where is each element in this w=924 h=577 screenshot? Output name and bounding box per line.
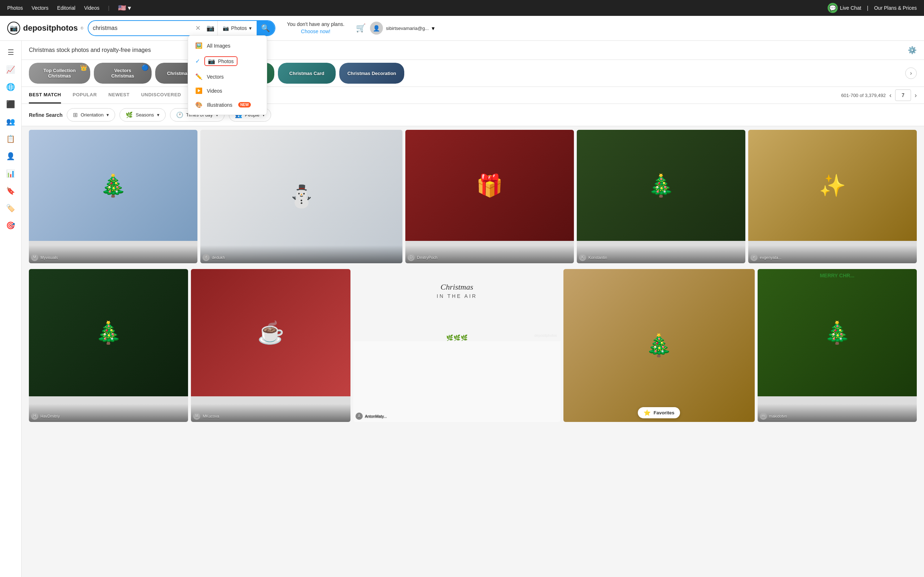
illustrations-label: Illustrations xyxy=(207,102,233,108)
image-card-4[interactable]: 🎄 K Konstantin xyxy=(577,130,745,263)
settings-icon[interactable]: ⚙️ xyxy=(908,46,917,55)
tab-undiscovered[interactable]: UNDISCOVERED xyxy=(141,87,181,103)
image-10: 🎄 MERRY CHR... xyxy=(758,269,917,396)
seasons-filter[interactable]: 🌿 Seasons ▾ xyxy=(120,108,166,121)
image-card-2[interactable]: ⛄ d dedukh xyxy=(200,130,402,263)
image-5-placeholder: ✨ xyxy=(748,130,917,241)
avatar: 👤 xyxy=(370,22,383,35)
nav-photos[interactable]: Photos xyxy=(7,5,23,11)
search-input[interactable] xyxy=(89,25,192,31)
choose-now-link[interactable]: Choose now! xyxy=(301,29,331,34)
image-card-6[interactable]: 🎄 H HavDmitriу xyxy=(29,269,188,422)
search-type-dropdown: 🖼️ All Images ✓ 📷 Photos ✏️ Vectors ▶️ V… xyxy=(188,35,267,115)
main-layout: ☰ 📈 🌐 ⬛ 👥 📋 👤 📊 🔖 🏷️ 🎯 Christmas stock p… xyxy=(0,41,924,577)
image-card-10[interactable]: 🎄 MERRY CHR... m makidotvn xyxy=(758,269,917,422)
search-type-label: Photos xyxy=(231,25,247,31)
sidebar-globe-icon[interactable]: 🌐 xyxy=(3,79,19,95)
user-menu[interactable]: 👤 sibirtsevamaria@g... ▾ xyxy=(370,22,435,35)
collection-vectors[interactable]: 🔵 VectorsChristmas xyxy=(94,63,152,84)
author-avatar-7: M xyxy=(193,413,200,420)
tab-popular[interactable]: POPULAR xyxy=(73,87,97,103)
illustrations-icon: 🎨 xyxy=(195,102,202,108)
search-bar: 📷 depositphotos © ✕ 📷 📷 Photos ▾ 🔍 You d… xyxy=(0,16,924,41)
orientation-label: Orientation xyxy=(81,112,103,118)
tabs: BEST MATCH POPULAR NEWEST UNDISCOVERED xyxy=(29,87,181,103)
sidebar: ☰ 📈 🌐 ⬛ 👥 📋 👤 📊 🔖 🏷️ 🎯 xyxy=(0,41,22,577)
nav-vectors[interactable]: Vectors xyxy=(32,5,49,11)
favorites-badge[interactable]: ⭐ Favorites xyxy=(638,407,680,418)
image-card-3[interactable]: 🎁 D DmitryPoch xyxy=(405,130,574,263)
collection-decoration[interactable]: Christmas Decoration xyxy=(339,63,404,84)
nav-editorial[interactable]: Editorial xyxy=(57,5,76,11)
tab-best-match[interactable]: BEST MATCH xyxy=(29,87,61,103)
image-card-1[interactable]: 🎄 M Myvisuals xyxy=(29,130,197,263)
sidebar-list-icon[interactable]: 📋 xyxy=(3,131,19,147)
nav-videos[interactable]: Videos xyxy=(84,5,100,11)
sidebar-chart-icon[interactable]: 📊 xyxy=(3,166,19,181)
search-type-button[interactable]: 📷 Photos ▾ xyxy=(217,21,257,35)
dropdown-all-images[interactable]: 🖼️ All Images xyxy=(188,39,267,53)
logo-icon: 📷 xyxy=(7,22,20,35)
flag-selector[interactable]: 🇺🇸 ▾ xyxy=(118,4,131,12)
tab-newest[interactable]: NEWEST xyxy=(108,87,129,103)
image-card-7[interactable]: ☕ M MKucova xyxy=(191,269,350,422)
collection-card[interactable]: Christmas Card xyxy=(278,63,336,84)
live-chat-icon: 💬 xyxy=(828,3,838,13)
image-7: ☕ xyxy=(191,269,350,396)
sidebar-crop-icon[interactable]: ⬛ xyxy=(3,96,19,112)
image-row-1: 🎄 M Myvisuals ⛄ d dedukh xyxy=(22,126,924,263)
dropdown-illustrations[interactable]: 🎨 Illustrations NEW xyxy=(188,98,267,112)
videos-icon: ▶️ xyxy=(195,87,202,94)
sidebar-menu-icon[interactable]: ☰ xyxy=(3,44,19,60)
logo[interactable]: 📷 depositphotos © xyxy=(7,22,83,35)
sidebar-pointer-icon[interactable]: 🎯 xyxy=(3,218,19,233)
all-images-icon: 🖼️ xyxy=(195,42,202,49)
image-3: 🎁 xyxy=(405,130,574,241)
search-container: ✕ 📷 📷 Photos ▾ 🔍 xyxy=(88,20,275,36)
camera-search-icon[interactable]: 📷 xyxy=(204,24,217,32)
sidebar-tag-icon[interactable]: 🏷️ xyxy=(3,200,19,216)
collection-decoration-label: Christmas Decoration xyxy=(339,71,404,76)
collections-next-arrow[interactable]: › xyxy=(905,68,917,79)
search-submit-button[interactable]: 🔍 xyxy=(257,20,275,36)
image-card-9[interactable]: 🎄 ⭐ Favorites xyxy=(564,269,755,422)
dropdown-videos[interactable]: ▶️ Videos xyxy=(188,84,267,98)
christmas-air-image: Christmas IN THE AIR 🌿🌿🌿 depositphotos xyxy=(353,269,561,341)
image-4-placeholder: 🎄 xyxy=(577,130,745,241)
cart-icon[interactable]: 🛒 xyxy=(356,23,366,33)
pagination-count: 601-700 of 3,379,492 xyxy=(841,93,886,98)
plans-notice: You don't have any plans. Choose now! xyxy=(287,21,344,35)
next-page-arrow[interactable]: › xyxy=(914,92,917,99)
collections-row: 👑 Top CollectionChristmas 🔵 VectorsChris… xyxy=(22,60,924,87)
dropdown-vectors[interactable]: ✏️ Vectors xyxy=(188,69,267,84)
photos-label: Photos xyxy=(218,58,234,64)
live-chat[interactable]: 💬 Live Chat xyxy=(828,3,861,13)
image-3-author: D DmitryPoch xyxy=(407,254,438,261)
star-icon: ⭐ xyxy=(643,409,651,416)
times-icon: 🕐 xyxy=(176,111,183,118)
author-avatar-3: D xyxy=(407,254,415,261)
seasons-icon: 🌿 xyxy=(126,111,133,118)
orientation-filter[interactable]: ⊞ Orientation ▾ xyxy=(67,108,115,121)
sidebar-trending-icon[interactable]: 📈 xyxy=(3,62,19,77)
vectors-label: Vectors xyxy=(207,74,224,80)
image-card-5[interactable]: ✨ e evgenyata... xyxy=(748,130,917,263)
image-9-placeholder: 🎄 xyxy=(564,269,755,422)
page-input[interactable] xyxy=(895,89,911,101)
collection-top[interactable]: 👑 Top CollectionChristmas xyxy=(29,63,90,84)
sidebar-people-icon[interactable]: 👥 xyxy=(3,114,19,129)
dropdown-photos[interactable]: ✓ 📷 Photos xyxy=(188,53,267,69)
photos-icon: 📷 xyxy=(208,58,215,64)
tabs-row: BEST MATCH POPULAR NEWEST UNDISCOVERED 6… xyxy=(22,87,924,104)
nav-divider: | xyxy=(108,5,109,11)
nav-divider2: | xyxy=(867,5,868,11)
image-card-8[interactable]: Christmas IN THE AIR 🌿🌿🌿 depositphotos A… xyxy=(353,269,561,422)
img-gradient-2 xyxy=(200,245,402,263)
sidebar-profile-icon[interactable]: 👤 xyxy=(3,148,19,164)
new-badge: NEW xyxy=(238,102,251,108)
sidebar-bookmark-icon[interactable]: 🔖 xyxy=(3,183,19,199)
prev-page-arrow[interactable]: ‹ xyxy=(889,92,892,99)
image-2-placeholder: ⛄ xyxy=(200,130,402,263)
clear-icon[interactable]: ✕ xyxy=(192,24,204,32)
plans-prices-link[interactable]: Our Plans & Prices xyxy=(874,5,917,11)
